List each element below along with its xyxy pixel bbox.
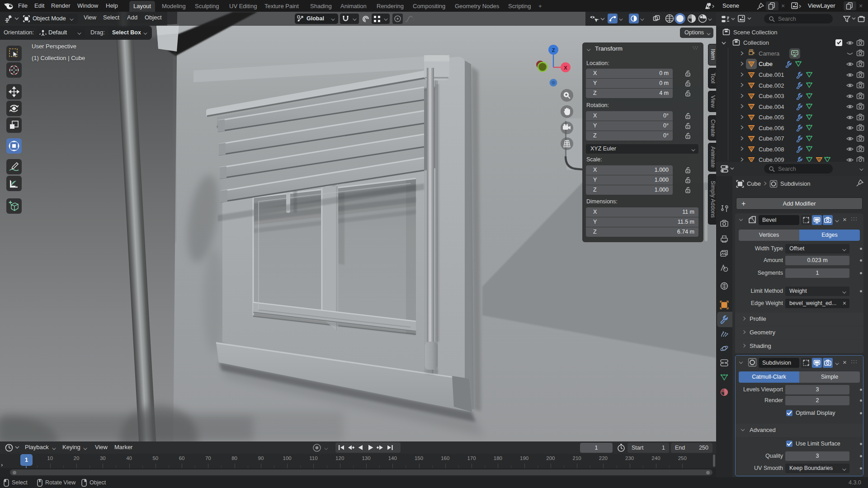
svg-text:X: X — [564, 65, 567, 70]
svg-text:Z: Z — [552, 47, 555, 53]
